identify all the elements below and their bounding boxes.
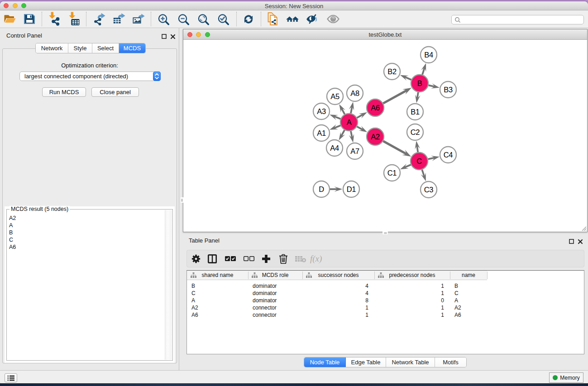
export-image-icon[interactable]	[132, 13, 145, 25]
node-C1[interactable]: C1	[384, 165, 400, 181]
node-A1[interactable]: A1	[313, 125, 330, 141]
tab-select[interactable]: Select	[92, 43, 119, 53]
node-B[interactable]: B	[411, 75, 428, 92]
gear-icon[interactable]	[191, 253, 201, 264]
tab-node-table[interactable]: Node Table	[304, 357, 346, 367]
edge-A2-C[interactable]	[383, 141, 406, 154]
node-A7[interactable]: A7	[347, 143, 363, 159]
function-builder-icon[interactable]: f(x)	[310, 253, 322, 264]
svg-text:C: C	[416, 157, 422, 165]
tab-edge-table[interactable]: Edge Table	[346, 357, 386, 367]
table-row[interactable]: A2connector11A2	[187, 304, 487, 311]
float-panel-icon[interactable]	[162, 33, 167, 38]
optimization-criterion-select[interactable]: largest connected component (directed)	[19, 71, 161, 81]
table-float-panel-icon[interactable]	[569, 238, 574, 243]
cell-shared-name: C	[191, 290, 247, 296]
save-session-icon[interactable]	[23, 13, 36, 25]
refresh-icon[interactable]	[242, 13, 255, 25]
tab-motifs[interactable]: Motifs	[435, 357, 466, 367]
table-row[interactable]: Cdominator41C	[187, 290, 487, 297]
cell-name: B	[454, 283, 486, 289]
export-table-icon[interactable]	[113, 13, 125, 25]
first-neighbors-icon[interactable]	[286, 13, 299, 25]
unselect-all-icon[interactable]	[243, 253, 255, 264]
import-network-icon[interactable]	[48, 12, 61, 25]
node-A8[interactable]: A8	[347, 85, 363, 101]
mcds-result-list[interactable]: A2ABCA6	[7, 214, 165, 360]
select-all-icon[interactable]	[225, 253, 236, 264]
panel-menu-button[interactable]	[5, 373, 17, 382]
node-A3[interactable]: A3	[313, 103, 330, 119]
close-panel-icon[interactable]	[170, 33, 176, 38]
column-separator[interactable]	[248, 272, 249, 279]
column-header-MCDS-role[interactable]: MCDS role	[248, 271, 302, 280]
split-view-icon[interactable]	[207, 253, 217, 264]
window-resize-grip[interactable]	[580, 225, 587, 231]
edge-B-B1[interactable]	[417, 92, 418, 99]
node-C2[interactable]: C2	[407, 124, 423, 140]
result-item[interactable]: A6	[7, 243, 165, 251]
column-separator[interactable]	[302, 272, 303, 279]
column-hierarchy-icon	[306, 272, 312, 278]
delete-table-icon[interactable]	[295, 253, 306, 264]
close-panel-button[interactable]: Close panel	[91, 87, 139, 97]
result-item[interactable]: A	[7, 222, 165, 229]
node-A2[interactable]: A2	[367, 128, 384, 145]
node-C[interactable]: C	[411, 152, 428, 170]
tab-mcds[interactable]: MCDS	[119, 43, 145, 53]
main-toolbar	[0, 10, 588, 28]
node-A[interactable]: A	[340, 114, 358, 131]
column-separator[interactable]	[450, 272, 450, 279]
node-C4[interactable]: C4	[440, 147, 456, 163]
edge-A6-B[interactable]	[383, 90, 407, 103]
export-network-icon[interactable]	[93, 13, 105, 25]
edge-C-C2[interactable]	[417, 145, 418, 152]
table-row[interactable]: A6connector11A6	[187, 311, 487, 319]
column-header-name[interactable]: name	[450, 271, 487, 280]
add-column-icon[interactable]	[261, 253, 271, 264]
search-input[interactable]	[451, 15, 584, 24]
import-table-icon[interactable]	[68, 12, 81, 25]
toolbar-separator	[236, 12, 237, 26]
hide-selected-icon[interactable]	[306, 13, 319, 25]
zoom-out-icon[interactable]	[177, 13, 190, 25]
table-row[interactable]: Adominator80A	[187, 297, 487, 304]
tab-network-table[interactable]: Network Table	[386, 357, 435, 367]
result-item[interactable]: B	[7, 229, 165, 236]
column-header-successor-nodes[interactable]: successor nodes	[302, 271, 374, 280]
node-A4[interactable]: A4	[326, 140, 343, 156]
node-C3[interactable]: C3	[421, 181, 437, 198]
column-hierarchy-icon	[191, 272, 196, 278]
duplicate-network-icon[interactable]	[267, 13, 280, 25]
result-item[interactable]: C	[7, 236, 165, 243]
left-splitter-handle[interactable]	[181, 197, 183, 203]
node-D[interactable]: D	[313, 181, 330, 197]
open-folder-icon[interactable]	[4, 13, 16, 25]
zoom-selected-icon[interactable]	[217, 13, 229, 25]
zoom-fit-icon[interactable]	[197, 13, 210, 25]
column-separator[interactable]	[487, 272, 488, 279]
node-B1[interactable]: B1	[407, 104, 423, 120]
tab-style[interactable]: Style	[68, 43, 92, 53]
node-A6[interactable]: A6	[367, 99, 384, 116]
table-close-panel-icon[interactable]	[578, 238, 583, 243]
memory-button[interactable]: Memory	[549, 372, 583, 383]
network-canvas[interactable]: B4B2BB3A8A5A6A3B1AC2A1A2A4A7C4CC1C3DD1	[183, 40, 587, 232]
delete-column-icon[interactable]	[279, 253, 288, 264]
column-header-predecessor-nodes[interactable]: predecessor nodes	[374, 271, 450, 280]
network-graph[interactable]: B4B2BB3A8A5A6A3B1AC2A1A2A4A7C4CC1C3DD1	[183, 40, 587, 232]
tab-network[interactable]: Network	[36, 43, 68, 53]
node-B3[interactable]: B3	[440, 81, 456, 98]
result-item[interactable]: A2	[7, 214, 165, 222]
table-row[interactable]: Bdominator41B	[187, 282, 487, 290]
zoom-in-icon[interactable]	[157, 13, 170, 25]
node-D1[interactable]: D1	[343, 181, 359, 197]
column-header-shared-name[interactable]: shared name	[187, 271, 248, 280]
show-all-icon[interactable]	[327, 13, 339, 25]
node-A5[interactable]: A5	[327, 88, 343, 105]
node-B4[interactable]: B4	[421, 47, 437, 63]
node-B2[interactable]: B2	[384, 63, 400, 80]
run-mcds-button[interactable]: Run MCDS	[42, 87, 86, 97]
column-separator[interactable]	[374, 272, 375, 279]
result-scrollbar[interactable]	[165, 210, 172, 360]
